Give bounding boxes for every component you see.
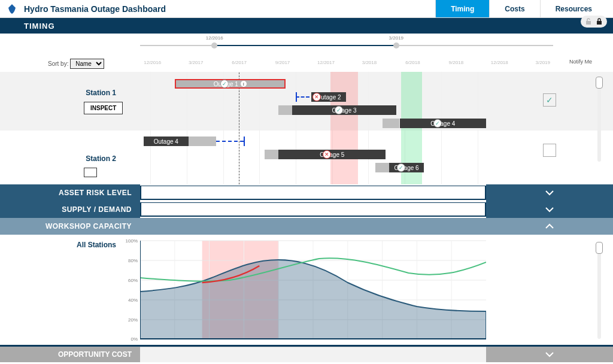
axis-tick: 9/2018 <box>449 60 463 65</box>
outage-bar-ghost <box>375 163 389 172</box>
vertical-scroll[interactable] <box>597 78 601 162</box>
tab-costs[interactable]: Costs <box>489 0 539 17</box>
lock-open-icon <box>584 17 593 26</box>
svg-rect-0 <box>586 21 591 25</box>
range-fill <box>214 45 396 46</box>
workshop-chart-svg <box>140 235 486 345</box>
chevron-up-icon <box>545 223 554 229</box>
workshop-chart-area: All Stations 100% 80% 60% <box>0 235 613 345</box>
accordion-opportunity-label: OPPORTUNITY COST <box>0 347 140 362</box>
y-tick: 80% <box>128 258 138 263</box>
notify-checkbox-station-1[interactable]: ✓ <box>543 93 556 107</box>
axis-tick: 6/2018 <box>405 60 420 65</box>
axis-tick: 12/2018 <box>491 60 508 65</box>
inspect-button[interactable]: INSPECT <box>84 102 123 114</box>
section-title: TIMING <box>0 18 613 34</box>
lock-closed-icon <box>595 17 603 26</box>
sort-control: Sort by: Name <box>48 59 104 69</box>
accordion-opportunity[interactable]: OPPORTUNITY COST <box>0 347 613 362</box>
drag-handle[interactable] <box>296 92 297 102</box>
right-panel: ✓ <box>486 72 613 184</box>
outage-bar[interactable]: ✓ Outage 4 <box>400 119 487 128</box>
time-range-control: 12/2016 3/2019 <box>0 34 613 57</box>
range-handle-start[interactable] <box>211 43 217 48</box>
outage-bar-ghost <box>265 150 278 159</box>
chevron-down-icon <box>545 190 554 196</box>
accordion-supply[interactable]: SUPPLY / DEMAND <box>0 201 613 218</box>
status-ok-icon: ✓ <box>433 119 442 128</box>
y-tick: 20% <box>128 317 138 323</box>
tab-resources[interactable]: Resources <box>540 0 607 17</box>
accordion-workshop-label: WORKSHOP CAPACITY <box>0 218 140 235</box>
y-tick: 0% <box>131 336 138 342</box>
tab-timing[interactable]: Timing <box>435 0 489 17</box>
timeline-axis: Sort by: Name 12/2016 3/2017 6/2017 9/20… <box>0 57 613 72</box>
today-marker-line <box>239 72 239 184</box>
status-ok-icon: ✓ <box>335 106 343 114</box>
status-x-icon: ✕ <box>312 93 321 101</box>
y-tick: 60% <box>128 278 138 283</box>
outage-bar[interactable]: ✓ Outage 6 <box>389 163 424 172</box>
axis-tick: 3/2017 <box>189 60 203 65</box>
demand-area <box>140 260 486 339</box>
scroll-thumb[interactable] <box>596 242 603 254</box>
outage-bar-ghost <box>278 105 292 115</box>
drag-connector <box>296 96 309 98</box>
axis-tick: 6/2017 <box>232 60 246 65</box>
chevron-down-icon <box>545 207 554 213</box>
outage-bar[interactable]: ✕ Outage 5 <box>278 150 386 159</box>
status-ok-icon: ✓ <box>397 163 405 172</box>
nav-tabs: Timing Costs Resources <box>435 0 607 17</box>
axis-tick: 12/2017 <box>317 60 335 65</box>
logo-icon <box>6 3 18 15</box>
outage-label: Outage 4 <box>154 138 178 145</box>
risk-band-red <box>330 72 358 184</box>
workshop-chart: 100% 80% 60% 40% 20% 0% <box>140 235 486 345</box>
accordion-risk[interactable]: ASSET RISK LEVEL <box>0 184 613 201</box>
outage-bar-ghost <box>383 119 400 128</box>
outage-bar[interactable]: ✕ Outage 2 <box>311 92 346 102</box>
notify-label: Notify Me <box>569 59 592 65</box>
status-x-icon: ✕ <box>323 150 331 159</box>
range-start-label: 12/2016 <box>206 35 223 41</box>
axis-tick: 12/2016 <box>144 60 161 65</box>
stations-panel: Station 1 INSPECT Station 2 <box>0 72 140 184</box>
range-end-label: 3/2019 <box>389 35 403 41</box>
gantt-chart[interactable]: Today ✓ Outage 1 i ✕ Outage 2 ✓ Outage 3… <box>140 72 486 184</box>
outage-bar[interactable]: ✓ Outage 3 <box>292 105 396 115</box>
chevron-down-icon <box>545 351 554 357</box>
notify-checkbox-station-2[interactable] <box>543 144 556 157</box>
station-1-name: Station 1 <box>0 89 140 97</box>
workshop-chart-title: All Stations <box>0 235 140 345</box>
range-handle-end[interactable] <box>393 43 399 48</box>
lock-toggle[interactable] <box>581 16 607 28</box>
inspect-button-2[interactable] <box>84 168 97 177</box>
axis-tick: 3/2019 <box>536 60 550 65</box>
scroll-thumb[interactable] <box>596 77 603 89</box>
y-tick: 40% <box>128 298 138 303</box>
outage-bar[interactable]: Outage 4 <box>144 136 189 146</box>
outage-bar[interactable]: ✓ Outage 1 i <box>175 79 286 89</box>
gantt-area: Station 1 INSPECT Station 2 Today ✓ Outa… <box>0 72 613 184</box>
vertical-scroll-2[interactable] <box>597 243 601 339</box>
axis-tick: 9/2017 <box>275 60 290 65</box>
svg-rect-1 <box>597 21 602 25</box>
accordion-risk-label: ASSET RISK LEVEL <box>0 184 140 201</box>
station-2-name: Station 2 <box>0 154 140 163</box>
app-title: Hydro Tasmania Outage Dashboard <box>24 4 435 14</box>
sort-select[interactable]: Name <box>70 59 104 69</box>
app-header: Hydro Tasmania Outage Dashboard Timing C… <box>0 0 613 18</box>
axis-tick: 3/2018 <box>362 60 377 65</box>
sort-label: Sort by: <box>48 60 68 67</box>
outage-bar-ghost <box>189 136 216 146</box>
accordion-supply-label: SUPPLY / DEMAND <box>0 201 140 218</box>
accordion-workshop[interactable]: WORKSHOP CAPACITY <box>0 218 613 235</box>
y-tick: 100% <box>126 238 138 244</box>
drag-connector <box>216 141 244 142</box>
drag-handle[interactable] <box>244 136 245 146</box>
info-icon[interactable]: i <box>241 81 247 87</box>
